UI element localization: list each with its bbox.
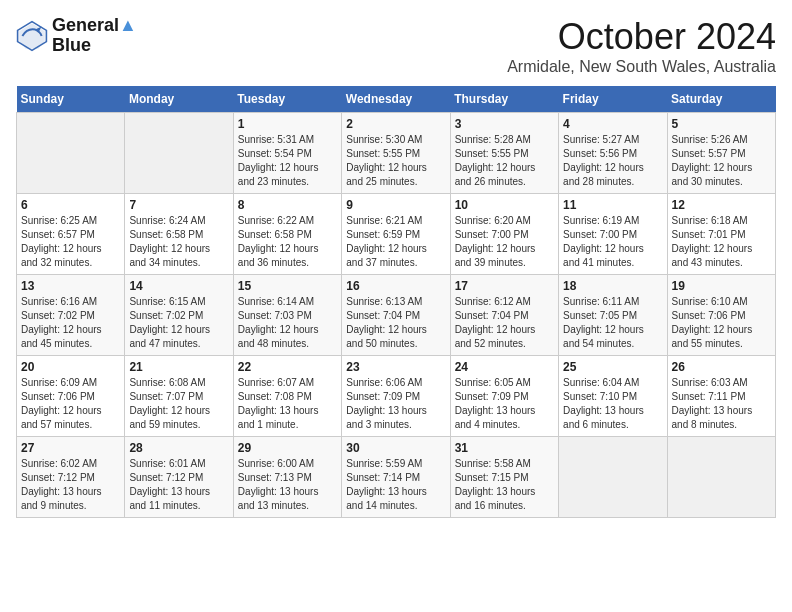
day-cell: 14Sunrise: 6:15 AM Sunset: 7:02 PM Dayli… (125, 275, 233, 356)
day-info: Sunrise: 6:15 AM Sunset: 7:02 PM Dayligh… (129, 295, 228, 351)
calendar-subtitle: Armidale, New South Wales, Australia (507, 58, 776, 76)
day-number: 25 (563, 360, 662, 374)
day-cell: 6Sunrise: 6:25 AM Sunset: 6:57 PM Daylig… (17, 194, 125, 275)
day-info: Sunrise: 6:22 AM Sunset: 6:58 PM Dayligh… (238, 214, 337, 270)
day-info: Sunrise: 5:31 AM Sunset: 5:54 PM Dayligh… (238, 133, 337, 189)
header-cell-friday: Friday (559, 86, 667, 113)
day-info: Sunrise: 5:59 AM Sunset: 7:14 PM Dayligh… (346, 457, 445, 513)
day-number: 13 (21, 279, 120, 293)
header-cell-wednesday: Wednesday (342, 86, 450, 113)
day-cell: 12Sunrise: 6:18 AM Sunset: 7:01 PM Dayli… (667, 194, 775, 275)
day-info: Sunrise: 6:07 AM Sunset: 7:08 PM Dayligh… (238, 376, 337, 432)
day-info: Sunrise: 5:28 AM Sunset: 5:55 PM Dayligh… (455, 133, 554, 189)
day-number: 18 (563, 279, 662, 293)
day-number: 27 (21, 441, 120, 455)
day-info: Sunrise: 6:08 AM Sunset: 7:07 PM Dayligh… (129, 376, 228, 432)
day-cell: 24Sunrise: 6:05 AM Sunset: 7:09 PM Dayli… (450, 356, 558, 437)
day-number: 8 (238, 198, 337, 212)
day-number: 24 (455, 360, 554, 374)
week-row-2: 6Sunrise: 6:25 AM Sunset: 6:57 PM Daylig… (17, 194, 776, 275)
day-cell: 9Sunrise: 6:21 AM Sunset: 6:59 PM Daylig… (342, 194, 450, 275)
day-cell (17, 113, 125, 194)
header-cell-thursday: Thursday (450, 86, 558, 113)
day-cell: 31Sunrise: 5:58 AM Sunset: 7:15 PM Dayli… (450, 437, 558, 518)
day-info: Sunrise: 6:20 AM Sunset: 7:00 PM Dayligh… (455, 214, 554, 270)
week-row-5: 27Sunrise: 6:02 AM Sunset: 7:12 PM Dayli… (17, 437, 776, 518)
day-number: 2 (346, 117, 445, 131)
day-cell: 16Sunrise: 6:13 AM Sunset: 7:04 PM Dayli… (342, 275, 450, 356)
day-cell (125, 113, 233, 194)
day-cell: 17Sunrise: 6:12 AM Sunset: 7:04 PM Dayli… (450, 275, 558, 356)
day-cell: 30Sunrise: 5:59 AM Sunset: 7:14 PM Dayli… (342, 437, 450, 518)
day-number: 16 (346, 279, 445, 293)
day-info: Sunrise: 6:24 AM Sunset: 6:58 PM Dayligh… (129, 214, 228, 270)
day-number: 20 (21, 360, 120, 374)
calendar-title: October 2024 (507, 16, 776, 58)
day-number: 29 (238, 441, 337, 455)
day-info: Sunrise: 6:10 AM Sunset: 7:06 PM Dayligh… (672, 295, 771, 351)
day-cell: 23Sunrise: 6:06 AM Sunset: 7:09 PM Dayli… (342, 356, 450, 437)
day-cell: 5Sunrise: 5:26 AM Sunset: 5:57 PM Daylig… (667, 113, 775, 194)
day-cell: 25Sunrise: 6:04 AM Sunset: 7:10 PM Dayli… (559, 356, 667, 437)
day-number: 15 (238, 279, 337, 293)
day-info: Sunrise: 6:18 AM Sunset: 7:01 PM Dayligh… (672, 214, 771, 270)
day-cell: 19Sunrise: 6:10 AM Sunset: 7:06 PM Dayli… (667, 275, 775, 356)
week-row-4: 20Sunrise: 6:09 AM Sunset: 7:06 PM Dayli… (17, 356, 776, 437)
day-cell: 29Sunrise: 6:00 AM Sunset: 7:13 PM Dayli… (233, 437, 341, 518)
day-number: 10 (455, 198, 554, 212)
header-cell-tuesday: Tuesday (233, 86, 341, 113)
day-info: Sunrise: 6:05 AM Sunset: 7:09 PM Dayligh… (455, 376, 554, 432)
day-info: Sunrise: 6:19 AM Sunset: 7:00 PM Dayligh… (563, 214, 662, 270)
day-cell: 22Sunrise: 6:07 AM Sunset: 7:08 PM Dayli… (233, 356, 341, 437)
day-info: Sunrise: 6:09 AM Sunset: 7:06 PM Dayligh… (21, 376, 120, 432)
logo-text: General▲ Blue (52, 16, 137, 56)
day-number: 30 (346, 441, 445, 455)
day-info: Sunrise: 6:02 AM Sunset: 7:12 PM Dayligh… (21, 457, 120, 513)
day-cell: 20Sunrise: 6:09 AM Sunset: 7:06 PM Dayli… (17, 356, 125, 437)
day-info: Sunrise: 6:13 AM Sunset: 7:04 PM Dayligh… (346, 295, 445, 351)
day-cell: 1Sunrise: 5:31 AM Sunset: 5:54 PM Daylig… (233, 113, 341, 194)
day-info: Sunrise: 6:01 AM Sunset: 7:12 PM Dayligh… (129, 457, 228, 513)
day-cell: 3Sunrise: 5:28 AM Sunset: 5:55 PM Daylig… (450, 113, 558, 194)
day-cell: 28Sunrise: 6:01 AM Sunset: 7:12 PM Dayli… (125, 437, 233, 518)
day-cell (559, 437, 667, 518)
day-number: 31 (455, 441, 554, 455)
day-cell: 15Sunrise: 6:14 AM Sunset: 7:03 PM Dayli… (233, 275, 341, 356)
day-cell: 18Sunrise: 6:11 AM Sunset: 7:05 PM Dayli… (559, 275, 667, 356)
day-number: 23 (346, 360, 445, 374)
day-cell: 11Sunrise: 6:19 AM Sunset: 7:00 PM Dayli… (559, 194, 667, 275)
day-info: Sunrise: 6:03 AM Sunset: 7:11 PM Dayligh… (672, 376, 771, 432)
day-number: 4 (563, 117, 662, 131)
day-info: Sunrise: 6:25 AM Sunset: 6:57 PM Dayligh… (21, 214, 120, 270)
header-row: SundayMondayTuesdayWednesdayThursdayFrid… (17, 86, 776, 113)
day-number: 22 (238, 360, 337, 374)
day-number: 12 (672, 198, 771, 212)
page-header: General▲ Blue October 2024 Armidale, New… (16, 16, 776, 76)
header-cell-sunday: Sunday (17, 86, 125, 113)
day-cell: 10Sunrise: 6:20 AM Sunset: 7:00 PM Dayli… (450, 194, 558, 275)
day-number: 17 (455, 279, 554, 293)
day-cell: 4Sunrise: 5:27 AM Sunset: 5:56 PM Daylig… (559, 113, 667, 194)
day-number: 6 (21, 198, 120, 212)
day-info: Sunrise: 6:16 AM Sunset: 7:02 PM Dayligh… (21, 295, 120, 351)
day-info: Sunrise: 5:30 AM Sunset: 5:55 PM Dayligh… (346, 133, 445, 189)
day-info: Sunrise: 6:00 AM Sunset: 7:13 PM Dayligh… (238, 457, 337, 513)
day-info: Sunrise: 6:06 AM Sunset: 7:09 PM Dayligh… (346, 376, 445, 432)
header-cell-monday: Monday (125, 86, 233, 113)
day-number: 11 (563, 198, 662, 212)
day-number: 9 (346, 198, 445, 212)
day-cell: 7Sunrise: 6:24 AM Sunset: 6:58 PM Daylig… (125, 194, 233, 275)
calendar-table: SundayMondayTuesdayWednesdayThursdayFrid… (16, 86, 776, 518)
day-number: 19 (672, 279, 771, 293)
day-cell: 8Sunrise: 6:22 AM Sunset: 6:58 PM Daylig… (233, 194, 341, 275)
day-info: Sunrise: 5:27 AM Sunset: 5:56 PM Dayligh… (563, 133, 662, 189)
day-number: 7 (129, 198, 228, 212)
title-area: October 2024 Armidale, New South Wales, … (507, 16, 776, 76)
day-info: Sunrise: 5:58 AM Sunset: 7:15 PM Dayligh… (455, 457, 554, 513)
day-cell: 2Sunrise: 5:30 AM Sunset: 5:55 PM Daylig… (342, 113, 450, 194)
day-cell (667, 437, 775, 518)
week-row-1: 1Sunrise: 5:31 AM Sunset: 5:54 PM Daylig… (17, 113, 776, 194)
day-number: 26 (672, 360, 771, 374)
day-number: 1 (238, 117, 337, 131)
day-number: 21 (129, 360, 228, 374)
